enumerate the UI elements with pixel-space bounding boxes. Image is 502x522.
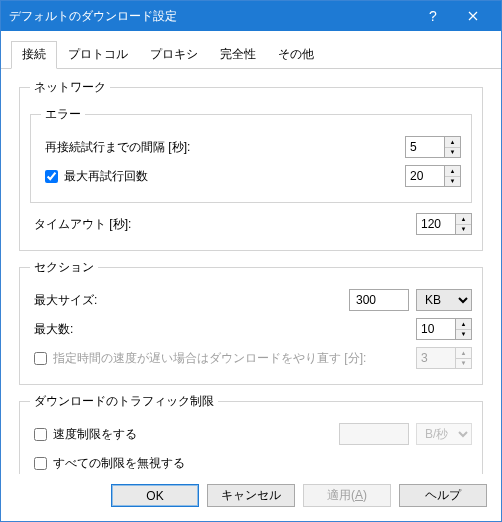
max-count-label: 最大数: — [30, 321, 416, 338]
titlebar: デフォルトのダウンロード設定 ? — [1, 1, 501, 31]
slow-retry-input — [416, 347, 456, 369]
close-icon[interactable] — [453, 2, 493, 30]
retry-interval-spinner[interactable]: ▲▼ — [445, 136, 461, 158]
timeout-label: タイムアウト [秒]: — [30, 216, 416, 233]
speed-limit-unit: B/秒 — [416, 423, 472, 445]
legend-network: ネットワーク — [30, 79, 110, 96]
retry-interval-label: 再接続試行までの間隔 [秒]: — [41, 139, 405, 156]
help-icon[interactable]: ? — [413, 2, 453, 30]
tab-protocol[interactable]: プロトコル — [57, 41, 139, 68]
group-error: エラー 再接続試行までの間隔 [秒]: ▲▼ 最大再試行回数 — [30, 106, 472, 203]
ignore-limits-label: すべての制限を無視する — [53, 455, 185, 472]
max-size-input[interactable] — [349, 289, 409, 311]
ignore-limits-checkbox[interactable] — [34, 457, 47, 470]
tab-bar: 接続 プロトコル プロキシ 完全性 その他 — [1, 31, 501, 69]
max-retry-input[interactable] — [405, 165, 445, 187]
legend-error: エラー — [41, 106, 85, 123]
slow-retry-checkbox[interactable] — [34, 352, 47, 365]
tab-connection[interactable]: 接続 — [11, 41, 57, 69]
max-retry-spinner[interactable]: ▲▼ — [445, 165, 461, 187]
tab-proxy[interactable]: プロキシ — [139, 41, 209, 68]
timeout-input[interactable] — [416, 213, 456, 235]
window-title: デフォルトのダウンロード設定 — [9, 8, 413, 25]
legend-traffic: ダウンロードのトラフィック制限 — [30, 393, 218, 410]
retry-interval-input[interactable] — [405, 136, 445, 158]
speed-limit-input — [339, 423, 409, 445]
max-count-input[interactable] — [416, 318, 456, 340]
tab-other[interactable]: その他 — [267, 41, 325, 68]
slow-retry-label: 指定時間の速度が遅い場合はダウンロードをやり直す [分]: — [53, 350, 366, 367]
button-bar: OK キャンセル 適用(A) ヘルプ — [1, 474, 501, 521]
speed-limit-checkbox[interactable] — [34, 428, 47, 441]
group-traffic: ダウンロードのトラフィック制限 速度制限をする B/秒 すべての制限 — [19, 393, 483, 474]
timeout-spinner[interactable]: ▲▼ — [456, 213, 472, 235]
cancel-button[interactable]: キャンセル — [207, 484, 295, 507]
max-size-label: 最大サイズ: — [30, 292, 349, 309]
speed-limit-label: 速度制限をする — [53, 426, 137, 443]
max-retry-label: 最大再試行回数 — [64, 168, 148, 185]
apply-button: 適用(A) — [303, 484, 391, 507]
ok-button[interactable]: OK — [111, 484, 199, 507]
max-count-spinner[interactable]: ▲▼ — [456, 318, 472, 340]
group-network: ネットワーク エラー 再接続試行までの間隔 [秒]: ▲▼ 最大再試行回数 — [19, 79, 483, 251]
max-size-unit[interactable]: KB — [416, 289, 472, 311]
slow-retry-spinner: ▲▼ — [456, 347, 472, 369]
help-button[interactable]: ヘルプ — [399, 484, 487, 507]
group-section: セクション 最大サイズ: KB 最大数: ▲▼ — [19, 259, 483, 385]
tab-integrity[interactable]: 完全性 — [209, 41, 267, 68]
legend-section: セクション — [30, 259, 98, 276]
max-retry-checkbox[interactable] — [45, 170, 58, 183]
